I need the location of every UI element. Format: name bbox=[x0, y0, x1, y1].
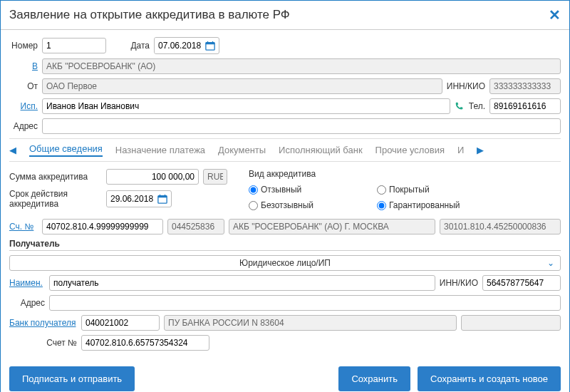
save-button[interactable]: Сохранить bbox=[338, 366, 410, 391]
sum-label: Сумма аккредитива bbox=[9, 172, 102, 182]
acc-type-header: Вид аккредитива bbox=[249, 169, 477, 179]
number-input[interactable] bbox=[42, 38, 106, 53]
recipient-header: Получатель bbox=[9, 239, 561, 251]
tab-purpose[interactable]: Назначение платежа bbox=[115, 145, 205, 155]
acc-label-link[interactable]: Сч. № bbox=[9, 222, 38, 232]
tab-more[interactable]: И bbox=[457, 145, 464, 155]
radio-irrevocable[interactable]: Безотзывный bbox=[249, 200, 348, 210]
save-new-button[interactable]: Сохранить и создать новое bbox=[418, 366, 561, 391]
chevron-down-icon: ⌄ bbox=[547, 258, 554, 268]
currency-input bbox=[203, 169, 227, 185]
date-input[interactable] bbox=[155, 38, 204, 53]
svg-rect-1 bbox=[206, 43, 214, 45]
bank-code-input bbox=[167, 219, 224, 234]
term-input[interactable] bbox=[107, 191, 157, 207]
recip-bank-name-input bbox=[164, 315, 457, 331]
recip-bank-extra-input bbox=[461, 315, 561, 331]
bank-full-input bbox=[229, 219, 435, 234]
tab-general[interactable]: Общие сведения bbox=[29, 143, 103, 157]
recip-acc-input[interactable] bbox=[81, 335, 209, 351]
address-input[interactable] bbox=[42, 118, 561, 134]
from-input bbox=[42, 78, 442, 94]
acc-input[interactable] bbox=[42, 219, 163, 234]
date-label: Дата bbox=[125, 41, 150, 51]
bank-label-link[interactable]: В bbox=[9, 61, 38, 71]
inn-input bbox=[489, 78, 561, 94]
from-label: От bbox=[9, 81, 38, 91]
sign-send-button[interactable]: Подписать и отправить bbox=[9, 366, 135, 391]
tel-input[interactable] bbox=[489, 98, 561, 114]
tab-documents[interactable]: Документы bbox=[218, 145, 266, 155]
inn-label: ИНН/КИО bbox=[447, 81, 485, 91]
recip-bank-code-input[interactable] bbox=[81, 315, 160, 331]
address-label: Адрес bbox=[9, 121, 38, 131]
svg-rect-5 bbox=[158, 196, 167, 198]
recip-name-input[interactable] bbox=[49, 275, 435, 291]
recip-address-input[interactable] bbox=[49, 295, 561, 311]
tab-executing-bank[interactable]: Исполняющий банк bbox=[279, 145, 362, 155]
recip-acc-label: Счет № bbox=[9, 338, 77, 348]
close-icon[interactable]: ✕ bbox=[549, 6, 561, 24]
calendar-icon[interactable] bbox=[157, 193, 168, 205]
recipient-type-dropdown[interactable]: Юридическое лицо/ИП ⌄ bbox=[9, 255, 561, 271]
corr-input bbox=[440, 219, 561, 234]
calendar-icon[interactable] bbox=[204, 40, 216, 51]
number-label: Номер bbox=[9, 41, 38, 51]
recip-bank-label-link[interactable]: Банк получателя bbox=[9, 318, 77, 328]
radio-covered[interactable]: Покрытый bbox=[377, 185, 477, 195]
recip-address-label: Адрес bbox=[9, 298, 45, 308]
isp-label-link[interactable]: Исп. bbox=[9, 101, 38, 111]
radio-revocable[interactable]: Отзывный bbox=[249, 185, 348, 195]
tab-scroll-left-icon[interactable]: ◀ bbox=[9, 145, 16, 155]
dialog-title: Заявление на открытие аккредитива в валю… bbox=[9, 8, 290, 22]
isp-input[interactable] bbox=[42, 98, 450, 114]
term-label: Срок действия аккредитива bbox=[9, 189, 102, 209]
phone-icon[interactable] bbox=[455, 101, 465, 111]
recip-inn-input[interactable] bbox=[482, 275, 561, 291]
sum-input[interactable] bbox=[106, 169, 199, 185]
radio-guaranteed[interactable]: Гарантированный bbox=[377, 200, 477, 210]
recip-name-label-link[interactable]: Наимен. bbox=[9, 278, 45, 288]
tel-label: Тел. bbox=[469, 101, 485, 111]
bank-input bbox=[42, 58, 561, 74]
tab-other[interactable]: Прочие условия bbox=[375, 145, 445, 155]
recip-inn-label: ИНН/КИО bbox=[440, 278, 478, 288]
tab-scroll-right-icon[interactable]: ▶ bbox=[477, 145, 484, 155]
